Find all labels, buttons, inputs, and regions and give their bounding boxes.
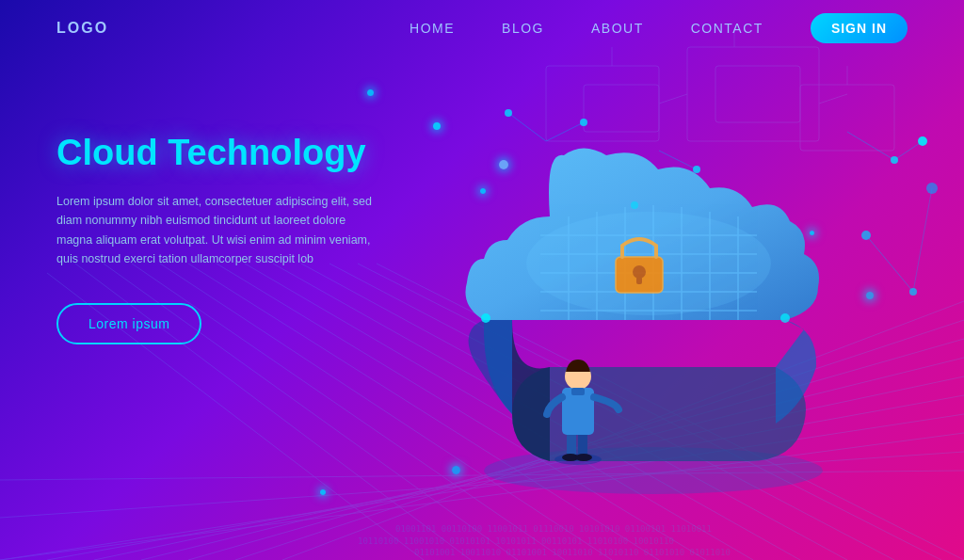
nav-about[interactable]: ABOUT: [591, 21, 644, 36]
svg-line-7: [0, 433, 964, 560]
svg-line-49: [866, 235, 913, 292]
svg-point-76: [481, 313, 490, 323]
svg-point-71: [562, 454, 579, 461]
svg-line-2: [188, 339, 964, 560]
svg-point-41: [505, 109, 512, 117]
nav-home[interactable]: HOME: [410, 21, 455, 36]
page-wrapper: 01001101 00110100 11001011 01110010 1010…: [0, 0, 964, 560]
cloud-illustration: [399, 66, 889, 518]
glow-dot-6: [866, 292, 874, 299]
svg-line-12: [329, 264, 894, 560]
svg-line-8: [0, 452, 964, 518]
svg-point-48: [926, 183, 938, 194]
svg-rect-69: [567, 431, 576, 457]
svg-rect-67: [636, 277, 642, 284]
hero-content: Cloud Technology Lorem ipsum dolor sit a…: [56, 132, 405, 344]
svg-point-52: [526, 212, 771, 315]
svg-point-51: [484, 447, 823, 494]
svg-line-37: [546, 122, 584, 141]
glow-dot-8: [452, 466, 460, 474]
glow-dot-5: [810, 231, 814, 235]
glow-dot-3: [499, 160, 508, 169]
hero-title: Cloud Technology: [56, 132, 405, 175]
svg-point-74: [565, 363, 591, 390]
svg-point-46: [861, 231, 871, 240]
svg-line-29: [819, 94, 847, 104]
signin-button[interactable]: SIGN IN: [811, 13, 908, 43]
svg-point-66: [633, 265, 646, 279]
svg-line-40: [894, 141, 923, 160]
svg-point-77: [780, 313, 790, 323]
glow-dot-7: [320, 489, 326, 495]
navbar: LOGO HOME BLOG ABOUT CONTACT SIGN IN: [0, 0, 964, 56]
svg-line-10: [377, 264, 964, 560]
svg-line-1: [235, 320, 964, 560]
svg-rect-65: [616, 257, 663, 293]
svg-rect-70: [578, 431, 587, 457]
svg-rect-23: [546, 66, 659, 141]
nav-blog[interactable]: BLOG: [502, 21, 544, 36]
glow-dot-1: [433, 122, 441, 130]
glow-dot-2: [480, 188, 486, 194]
svg-point-42: [580, 119, 587, 126]
logo: LOGO: [56, 20, 108, 37]
svg-line-39: [847, 132, 894, 160]
svg-rect-26: [715, 66, 800, 122]
svg-line-28: [659, 94, 687, 104]
svg-line-5: [47, 395, 964, 560]
svg-point-47: [909, 288, 917, 296]
svg-point-72: [575, 454, 592, 461]
svg-point-43: [693, 166, 700, 173]
svg-line-36: [508, 113, 546, 141]
svg-text:01101001 10011010 01101001 100: 01101001 10011010 01101001 10011010 1101…: [414, 548, 731, 557]
glow-dot-4: [367, 89, 374, 96]
svg-text:10110100 11001010 01010101 101: 10110100 11001010 01010101 10101011 0011…: [358, 536, 674, 546]
svg-line-11: [358, 264, 941, 560]
svg-line-9: [0, 471, 964, 480]
svg-rect-75: [571, 388, 585, 395]
svg-rect-25: [687, 47, 819, 141]
svg-line-50: [913, 188, 932, 292]
svg-point-78: [631, 201, 638, 209]
svg-line-4: [94, 376, 964, 560]
svg-rect-73: [562, 388, 594, 435]
nav-contact[interactable]: CONTACT: [691, 21, 763, 36]
svg-text:01001101 00110100 11001011 011: 01001101 00110100 11001011 01110010 1010…: [395, 524, 712, 534]
svg-rect-27: [800, 85, 894, 151]
svg-line-6: [0, 414, 964, 560]
cta-button[interactable]: Lorem ipsum: [56, 303, 201, 344]
hero-description: Lorem ipsum dolor sit amet, consectetuer…: [56, 192, 377, 270]
nav-links: HOME BLOG ABOUT CONTACT SIGN IN: [410, 13, 908, 43]
svg-line-38: [659, 151, 697, 169]
svg-point-44: [891, 156, 898, 164]
svg-rect-24: [584, 85, 659, 132]
svg-point-68: [554, 454, 602, 465]
svg-line-3: [141, 358, 964, 560]
svg-point-45: [918, 136, 927, 146]
